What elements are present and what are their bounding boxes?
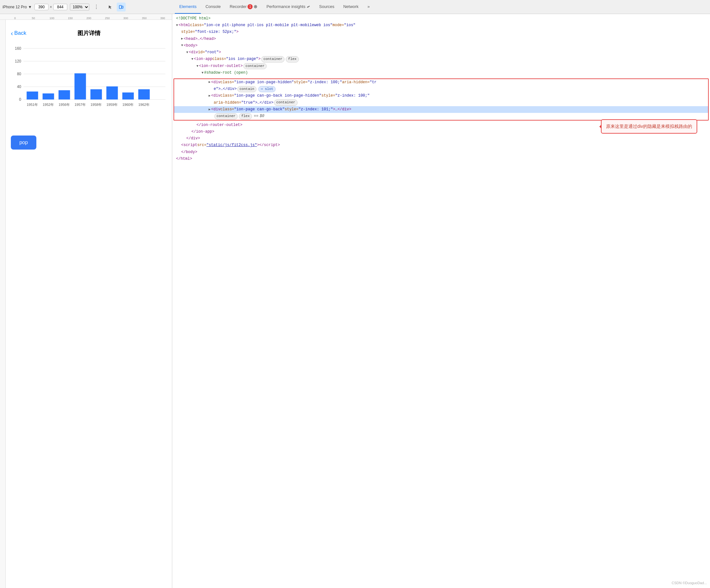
topbar: iPhone 12 Pro ▼ × 100% ⋮: [0, 0, 710, 14]
bar-1956: [59, 90, 70, 99]
mobile-content: ‹ Back 图片详情 160 120 80 40 0: [6, 20, 172, 588]
annotation-text: 原来这里是通过div的隐藏是来模拟栈路由的: [606, 124, 692, 129]
head-line[interactable]: ▶ <head>…</head>: [172, 36, 710, 42]
cursor-icon[interactable]: [106, 3, 115, 11]
x-label-1957: 1957年: [75, 103, 86, 106]
html-open-line[interactable]: ▼ <html class="ion-ce plt-iphone plt-ios…: [172, 22, 710, 29]
root-expand-arrow[interactable]: ▼: [186, 50, 188, 55]
div-active-pills-line[interactable]: container flex == $0: [174, 113, 708, 120]
pop-button[interactable]: pop: [11, 136, 37, 150]
back-label: Back: [14, 30, 26, 36]
doctype-line[interactable]: <!DOCTYPE html>: [172, 15, 710, 22]
main-split: 0 50 100 150 200 250 300 350 390 ‹ Back: [0, 14, 710, 588]
div-hidden1-cont-line[interactable]: e">…</div> contain ⇒ slot: [174, 86, 708, 93]
chart-area: 160 120 80 40 0: [11, 42, 167, 129]
pill-container4[interactable]: container: [274, 99, 297, 106]
device-selector[interactable]: iPhone 12 Pro ▼: [3, 5, 32, 9]
html-style-line[interactable]: style="font-size: 52px;">: [172, 29, 710, 35]
pill-container[interactable]: container: [261, 56, 285, 63]
ruler-ticks-h: 0 50 100 150 200 250 300 350 390: [0, 14, 172, 20]
devtools-panel: <!DOCTYPE html> ▼ <html class="ion-ce pl…: [172, 14, 710, 588]
bar-1958: [91, 89, 102, 99]
ruler-v-container: ‹ Back 图片详情 160 120 80 40 0: [0, 20, 172, 588]
x-label-1958: 1958年: [91, 103, 102, 106]
highlight-box: ▶ <div class="ion-page ion-page-hidden" …: [173, 78, 709, 121]
router-outlet-expand-arrow[interactable]: ▼: [196, 64, 198, 69]
zoom-select[interactable]: 100%: [70, 3, 89, 10]
x-label-1959: 1959年: [106, 103, 118, 106]
close-html-line[interactable]: </html>: [172, 155, 710, 162]
ion-router-outlet-line[interactable]: ▼ <ion-router-outlet> container: [172, 63, 710, 70]
pill-flex[interactable]: flex: [286, 56, 299, 63]
y-label-120: 120: [15, 59, 21, 64]
script-line[interactable]: <script src="static/js/fit2css.js"></scr…: [172, 142, 710, 149]
tab-console[interactable]: Console: [201, 0, 225, 14]
y-label-160: 160: [15, 46, 21, 51]
bar-1962: [138, 89, 150, 99]
shadow-root-line[interactable]: ▼ #shadow-root (open): [172, 70, 710, 76]
vertical-ruler: [0, 20, 6, 588]
device-toggle-icon[interactable]: [117, 3, 126, 11]
y-label-80: 80: [17, 72, 21, 76]
bar-1952: [43, 93, 54, 99]
tab-recorder[interactable]: Recorder 1: [225, 0, 262, 14]
ion-app-line[interactable]: ▼ <ion-app class="ios ion-page"> contain…: [172, 56, 710, 63]
html-expand-arrow[interactable]: ▼: [176, 23, 178, 28]
div-hidden1-line[interactable]: ▶ <div class="ion-page ion-page-hidden" …: [174, 79, 708, 86]
div-hidden2-cont-line[interactable]: aria-hidden="true">…</div> container: [174, 99, 708, 106]
active-expand-arrow[interactable]: ▶: [209, 107, 211, 112]
dimension-box: ×: [34, 4, 67, 10]
shadow-root-text: #shadow-root (open): [204, 70, 248, 76]
device-dropdown-icon[interactable]: ▼: [28, 5, 32, 9]
bar-chart: 160 120 80 40 0: [11, 45, 167, 122]
pill-container5[interactable]: container: [214, 113, 238, 120]
more-options-icon[interactable]: ⋮: [92, 4, 101, 10]
body-open-line[interactable]: ▼ <body>: [172, 42, 710, 49]
hidden2-expand-arrow[interactable]: ▶: [209, 93, 211, 99]
pill-container2[interactable]: container: [243, 63, 267, 70]
tab-performance-insights[interactable]: Performance insights: [262, 0, 314, 14]
doctype-text: <!DOCTYPE html>: [176, 16, 211, 22]
back-button[interactable]: ‹ Back: [11, 30, 26, 37]
tab-more[interactable]: »: [363, 0, 374, 14]
pill-slot[interactable]: ⇒ slot: [258, 86, 276, 93]
div-root-line[interactable]: ▼ <div id="root">: [172, 49, 710, 56]
horizontal-ruler: 0 50 100 150 200 250 300 350 390: [0, 14, 172, 20]
chevron-left-icon: ‹: [11, 30, 13, 37]
body-expand-arrow[interactable]: ▼: [181, 43, 183, 48]
tab-network[interactable]: Network: [339, 0, 363, 14]
head-expand-arrow[interactable]: ▶: [181, 36, 183, 42]
shadow-root-arrow[interactable]: ▼: [202, 71, 204, 76]
pill-container3[interactable]: contain: [237, 86, 256, 93]
page-title: 图片详情: [77, 29, 100, 37]
bar-1959: [106, 87, 118, 99]
dollar-zero: $0: [260, 113, 264, 119]
x-label-1952: 1952年: [43, 103, 54, 106]
script-src[interactable]: "static/js/fit2css.js": [206, 142, 257, 148]
width-input[interactable]: [34, 4, 48, 10]
div-hidden2-line[interactable]: ▶ <div class="ion-page can-go-back ion-p…: [174, 93, 708, 99]
dimension-separator: ×: [50, 5, 52, 9]
y-label-40: 40: [17, 84, 21, 89]
svg-rect-0: [119, 5, 121, 8]
x-label-1962: 1962年: [138, 103, 149, 106]
annotation-bubble: 原来这里是通过div的隐藏是来模拟栈路由的: [601, 119, 697, 133]
ion-app-expand-arrow[interactable]: ▼: [191, 57, 193, 62]
x-label-1956: 1956年: [59, 103, 70, 106]
y-label-0: 0: [19, 97, 21, 102]
tab-elements[interactable]: Elements: [175, 0, 201, 14]
x-label-1960: 1960年: [122, 103, 134, 106]
div-active-line[interactable]: ▶ <div class="ion-page can-go-back" styl…: [174, 106, 708, 113]
device-controls: iPhone 12 Pro ▼ × 100% ⋮: [3, 3, 175, 11]
pill-flex2[interactable]: flex: [239, 113, 252, 120]
tab-sources[interactable]: Sources: [315, 0, 339, 14]
performance-icon: [307, 5, 310, 8]
devtools-tabs: Elements Console Recorder 1 Performance …: [175, 0, 707, 14]
svg-point-3: [255, 6, 256, 7]
height-input[interactable]: [53, 4, 67, 10]
device-name-label: iPhone 12 Pro: [3, 5, 27, 9]
close-body-line[interactable]: </body>: [172, 149, 710, 155]
bar-1960: [122, 93, 134, 99]
hidden1-expand-arrow[interactable]: ▶: [209, 80, 211, 85]
close-div-root-line[interactable]: </div>: [172, 135, 710, 142]
